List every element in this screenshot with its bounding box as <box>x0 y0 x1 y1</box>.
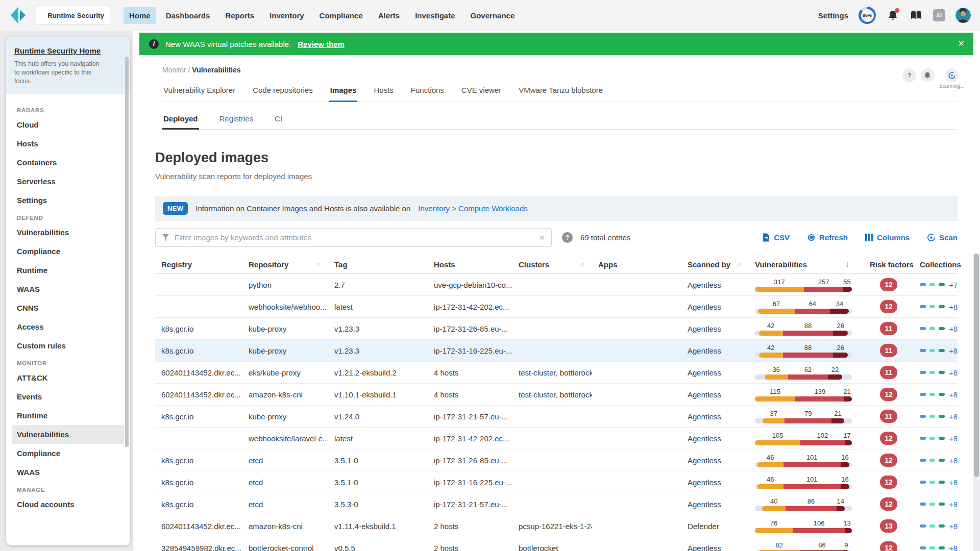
vulnerability-bar[interactable]: 408614 <box>755 497 852 511</box>
collections-more[interactable]: +8 <box>949 434 958 443</box>
sidebar-scrollbar[interactable] <box>125 57 129 447</box>
sidebar-item[interactable]: Settings <box>12 191 124 210</box>
sort-icon[interactable]: ↓↑ <box>316 261 320 268</box>
col-hosts[interactable]: Hosts <box>428 255 512 273</box>
help-icon[interactable]: ? <box>902 68 916 82</box>
collections-more[interactable]: +8 <box>949 368 958 377</box>
vulnerability-bar[interactable]: 11513921 <box>755 388 852 402</box>
tab[interactable]: CVE viewer <box>460 81 502 102</box>
table-row[interactable]: k8s.gcr.io kube-proxy v1.23.3 ip-172-31-… <box>155 318 958 340</box>
risk-factors-badge[interactable]: 11 <box>880 322 897 335</box>
sidebar-item[interactable]: Events <box>12 387 124 406</box>
col-collections[interactable]: Collections <box>914 255 958 273</box>
table-row[interactable]: webhooksite/laravel-e... latest ip-172-3… <box>155 428 958 449</box>
vulnerability-bar[interactable]: 7610613 <box>755 519 852 533</box>
risk-factors-badge[interactable]: 12 <box>880 278 897 291</box>
breadcrumb-section[interactable]: Monitor <box>162 66 186 74</box>
cell-collections[interactable]: +8 <box>914 544 958 551</box>
vulnerability-bar[interactable]: 10510217 <box>755 432 852 445</box>
banner-review-link[interactable]: Review them <box>298 40 345 48</box>
col-scanned-by[interactable]: Scanned by↓↑ <box>681 255 749 273</box>
tab[interactable]: Vulnerability Explorer <box>162 81 236 102</box>
collections-more[interactable]: +8 <box>949 412 958 421</box>
table-row[interactable]: k8s.gcr.io kube-proxy v1.23.3 ip-172-31-… <box>155 340 958 362</box>
col-repository[interactable]: Repository↓↑ <box>242 255 328 273</box>
vulnerability-bar[interactable]: 4610116 <box>755 454 852 467</box>
sidebar-item[interactable]: Cloud accounts <box>12 495 124 514</box>
cell-collections[interactable]: +8 <box>914 346 958 355</box>
clear-filter-icon[interactable]: ✕ <box>539 234 545 242</box>
nav-item[interactable]: Reports <box>219 7 260 24</box>
sort-icon[interactable]: ↓↑ <box>737 261 741 268</box>
sidebar-item[interactable]: ATT&CK <box>12 368 124 387</box>
credits-progress-ring[interactable]: 86% <box>859 7 876 24</box>
sidebar-item[interactable]: Serverless <box>12 172 124 191</box>
risk-factors-badge[interactable]: 12 <box>880 300 897 313</box>
risk-factors-badge[interactable]: 12 <box>880 541 897 551</box>
subtab[interactable]: Deployed <box>162 110 199 130</box>
risk-factors-badge[interactable]: 12 <box>880 454 897 467</box>
collections-more[interactable]: +8 <box>949 522 958 531</box>
vulnerability-bar[interactable]: 82869 <box>755 541 852 551</box>
nav-item[interactable]: Alerts <box>373 7 406 24</box>
alerts-bell-icon[interactable] <box>921 68 935 82</box>
table-row[interactable]: python 2.7 uve-gcp-debian10-co... Agentl… <box>155 274 958 296</box>
notice-link[interactable]: Inventory > Compute Workloads <box>418 204 527 213</box>
collections-more[interactable]: +7 <box>949 281 958 289</box>
table-scrollbar[interactable] <box>973 254 980 551</box>
banner-close-icon[interactable]: ✕ <box>958 39 965 48</box>
cell-collections[interactable]: +8 <box>914 368 958 377</box>
table-row[interactable]: k8s.gcr.io etcd 3.5.1-0 ip-172-31-26-85.… <box>155 449 958 471</box>
table-row[interactable]: 328549459982.dkr.ec... bottlerocket-cont… <box>155 537 958 551</box>
tab[interactable]: Functions <box>410 81 445 102</box>
sort-desc-icon[interactable]: ↓ <box>845 259 850 269</box>
product-switcher-dropdown[interactable]: Runtime Security <box>36 6 110 25</box>
vulnerability-bar[interactable]: 4610116 <box>755 475 852 489</box>
risk-factors-badge[interactable]: 12 <box>880 475 897 489</box>
col-clusters[interactable]: Clusters↓↑ <box>512 255 592 273</box>
scan-button[interactable]: Scan <box>927 233 958 242</box>
col-tag[interactable]: Tag <box>328 255 428 273</box>
nav-item[interactable]: Home <box>124 7 156 24</box>
sidebar-item[interactable]: WAAS <box>12 280 124 298</box>
filter-help-icon[interactable]: ? <box>562 232 573 243</box>
cell-collections[interactable]: +8 <box>914 434 958 443</box>
risk-factors-badge[interactable]: 12 <box>880 388 897 401</box>
app-logo-icon[interactable] <box>8 5 29 26</box>
sidebar-item[interactable]: CNNS <box>12 298 124 317</box>
cell-collections[interactable]: +8 <box>914 324 958 333</box>
sidebar-item[interactable]: Custom rules <box>12 336 124 355</box>
tab[interactable]: VMware Tanzu blobstore <box>518 81 604 102</box>
subtab[interactable]: Registries <box>218 110 255 130</box>
vulnerability-bar[interactable]: 377921 <box>755 410 852 423</box>
cell-collections[interactable]: +8 <box>914 522 958 531</box>
table-row[interactable]: 602401143452.dkr.ec... amazon-k8s-cni v1… <box>155 515 958 537</box>
sidebar-item[interactable]: Runtime <box>12 406 124 425</box>
tab[interactable]: Images <box>329 81 358 102</box>
risk-factors-badge[interactable]: 11 <box>880 366 897 379</box>
cell-collections[interactable]: +8 <box>914 303 958 311</box>
table-row[interactable]: k8s.gcr.io etcd 3.5.1-0 ip-172-31-16-225… <box>155 471 958 493</box>
sidebar-item[interactable]: Runtime <box>12 261 124 280</box>
risk-factors-badge[interactable]: 13 <box>880 519 897 533</box>
table-row[interactable]: k8s.gcr.io kube-proxy v1.24.0 ip-172-31-… <box>155 406 958 428</box>
risk-factors-badge[interactable]: 11 <box>880 344 897 357</box>
sidebar-item[interactable]: Access <box>12 317 124 336</box>
collections-more[interactable]: +8 <box>949 456 958 465</box>
collections-more[interactable]: +8 <box>949 390 958 399</box>
vulnerability-bar[interactable]: 428826 <box>755 322 852 336</box>
cell-collections[interactable]: +8 <box>914 478 958 487</box>
sidebar-item[interactable]: Vulnerabilities <box>12 425 124 444</box>
table-row[interactable]: k8s.gcr.io etcd 3.5.3-0 ip-172-31-21-57.… <box>155 493 958 515</box>
vulnerability-bar[interactable]: 31725755 <box>755 278 852 292</box>
refresh-button[interactable]: Refresh <box>807 233 848 242</box>
scanning-status-icon[interactable] <box>945 68 959 82</box>
sidebar-title-link[interactable]: Runtime Security Home <box>14 46 122 55</box>
collections-more[interactable]: +8 <box>949 500 958 509</box>
nav-item[interactable]: Inventory <box>264 7 310 24</box>
sidebar-item[interactable]: Compliance <box>12 444 124 463</box>
notifications-bell-icon[interactable] <box>886 9 899 22</box>
table-row[interactable]: webhooksite/webhoo... latest ip-172-31-4… <box>155 296 958 318</box>
docs-book-icon[interactable] <box>910 9 923 22</box>
sidebar-item[interactable]: Compliance <box>12 242 124 261</box>
